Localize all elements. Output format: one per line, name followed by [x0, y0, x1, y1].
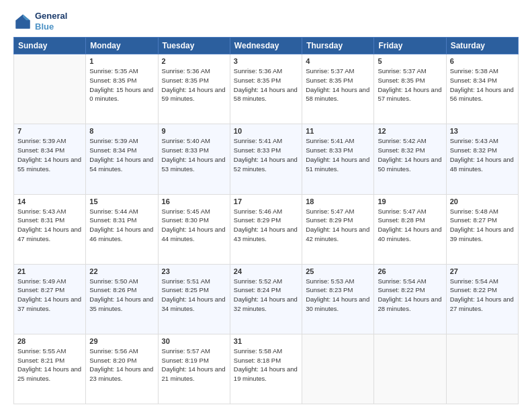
- day-info: Sunrise: 5:54 AMSunset: 8:22 PMDaylight:…: [378, 277, 442, 314]
- day-info: Sunrise: 5:57 AMSunset: 8:19 PMDaylight:…: [162, 347, 226, 383]
- calendar-cell: 6Sunrise: 5:38 AMSunset: 8:34 PMDaylight…: [446, 54, 518, 124]
- calendar-week-1: 1Sunrise: 5:35 AMSunset: 8:35 PMDaylight…: [14, 54, 519, 124]
- calendar-cell: 22Sunrise: 5:50 AMSunset: 8:26 PMDayligh…: [86, 264, 158, 334]
- calendar-header-wednesday: Wednesday: [230, 38, 302, 54]
- day-info: Sunrise: 5:44 AMSunset: 8:31 PMDaylight:…: [89, 207, 154, 244]
- calendar-cell: 29Sunrise: 5:56 AMSunset: 8:20 PMDayligh…: [86, 334, 158, 404]
- day-number: 19: [378, 197, 442, 205]
- day-number: 20: [450, 197, 515, 205]
- day-number: 17: [234, 197, 298, 205]
- calendar-cell: 27Sunrise: 5:54 AMSunset: 8:22 PMDayligh…: [446, 264, 518, 334]
- calendar-cell: 26Sunrise: 5:54 AMSunset: 8:22 PMDayligh…: [374, 264, 446, 334]
- day-number: 11: [306, 127, 370, 135]
- calendar-header-sunday: Sunday: [14, 38, 86, 54]
- calendar-header-thursday: Thursday: [302, 38, 374, 54]
- calendar-cell: 3Sunrise: 5:36 AMSunset: 8:35 PMDaylight…: [230, 54, 302, 124]
- header: General Blue: [13, 11, 519, 32]
- day-number: 4: [306, 57, 370, 65]
- day-info: Sunrise: 5:43 AMSunset: 8:31 PMDaylight:…: [17, 207, 82, 244]
- day-number: 3: [234, 57, 298, 65]
- day-info: Sunrise: 5:42 AMSunset: 8:32 PMDaylight:…: [378, 136, 442, 173]
- calendar-cell: 23Sunrise: 5:51 AMSunset: 8:25 PMDayligh…: [158, 264, 230, 334]
- calendar-cell: 12Sunrise: 5:42 AMSunset: 8:32 PMDayligh…: [374, 124, 446, 194]
- day-number: 30: [162, 337, 226, 345]
- day-info: Sunrise: 5:43 AMSunset: 8:32 PMDaylight:…: [450, 136, 515, 173]
- calendar-cell: 8Sunrise: 5:39 AMSunset: 8:34 PMDaylight…: [86, 124, 158, 194]
- day-number: 8: [89, 127, 154, 135]
- svg-rect-2: [16, 20, 30, 28]
- day-number: 22: [89, 267, 154, 275]
- calendar-cell: 31Sunrise: 5:58 AMSunset: 8:18 PMDayligh…: [230, 334, 302, 404]
- logo-text: General Blue: [35, 11, 67, 32]
- day-info: Sunrise: 5:48 AMSunset: 8:27 PMDaylight:…: [450, 207, 515, 244]
- day-number: 2: [162, 57, 226, 65]
- calendar-cell: 11Sunrise: 5:41 AMSunset: 8:33 PMDayligh…: [302, 124, 374, 194]
- calendar-week-3: 14Sunrise: 5:43 AMSunset: 8:31 PMDayligh…: [14, 194, 519, 264]
- day-number: 5: [378, 57, 442, 65]
- calendar-cell: [374, 334, 446, 404]
- day-number: 12: [378, 127, 442, 135]
- day-info: Sunrise: 5:37 AMSunset: 8:35 PMDaylight:…: [306, 66, 370, 103]
- day-info: Sunrise: 5:41 AMSunset: 8:33 PMDaylight:…: [234, 136, 298, 173]
- calendar-cell: 2Sunrise: 5:36 AMSunset: 8:35 PMDaylight…: [158, 54, 230, 124]
- day-info: Sunrise: 5:38 AMSunset: 8:34 PMDaylight:…: [450, 66, 515, 103]
- calendar-week-2: 7Sunrise: 5:39 AMSunset: 8:34 PMDaylight…: [14, 124, 519, 194]
- calendar-cell: 25Sunrise: 5:53 AMSunset: 8:23 PMDayligh…: [302, 264, 374, 334]
- calendar-cell: [302, 334, 374, 404]
- day-number: 10: [234, 127, 298, 135]
- day-info: Sunrise: 5:52 AMSunset: 8:24 PMDaylight:…: [234, 277, 298, 314]
- day-info: Sunrise: 5:39 AMSunset: 8:34 PMDaylight:…: [17, 136, 82, 173]
- day-number: 25: [306, 267, 370, 275]
- calendar-cell: 30Sunrise: 5:57 AMSunset: 8:19 PMDayligh…: [158, 334, 230, 404]
- day-info: Sunrise: 5:41 AMSunset: 8:33 PMDaylight:…: [306, 136, 370, 173]
- day-number: 14: [17, 197, 82, 205]
- calendar-header-saturday: Saturday: [446, 38, 518, 54]
- day-info: Sunrise: 5:51 AMSunset: 8:25 PMDaylight:…: [162, 277, 226, 314]
- logo-icon: [13, 12, 32, 31]
- calendar-week-4: 21Sunrise: 5:49 AMSunset: 8:27 PMDayligh…: [14, 264, 519, 334]
- calendar-cell: 4Sunrise: 5:37 AMSunset: 8:35 PMDaylight…: [302, 54, 374, 124]
- day-info: Sunrise: 5:36 AMSunset: 8:35 PMDaylight:…: [234, 66, 298, 103]
- day-number: 31: [234, 337, 298, 345]
- day-info: Sunrise: 5:55 AMSunset: 8:21 PMDaylight:…: [17, 347, 82, 383]
- day-number: 21: [17, 267, 82, 275]
- day-number: 15: [89, 197, 154, 205]
- logo: General Blue: [13, 11, 67, 32]
- calendar-cell: 18Sunrise: 5:47 AMSunset: 8:29 PMDayligh…: [302, 194, 374, 264]
- day-number: 24: [234, 267, 298, 275]
- day-number: 6: [450, 57, 515, 65]
- calendar-cell: 24Sunrise: 5:52 AMSunset: 8:24 PMDayligh…: [230, 264, 302, 334]
- day-info: Sunrise: 5:45 AMSunset: 8:30 PMDaylight:…: [162, 207, 226, 244]
- day-number: 1: [89, 57, 154, 65]
- day-info: Sunrise: 5:49 AMSunset: 8:27 PMDaylight:…: [17, 277, 82, 314]
- calendar-header-friday: Friday: [374, 38, 446, 54]
- calendar-header-tuesday: Tuesday: [158, 38, 230, 54]
- day-number: 29: [89, 337, 154, 345]
- calendar-cell: [446, 334, 518, 404]
- calendar-header-row: SundayMondayTuesdayWednesdayThursdayFrid…: [14, 38, 519, 54]
- page: General Blue SundayMondayTuesdayWednesda…: [0, 0, 532, 411]
- day-number: 13: [450, 127, 515, 135]
- calendar-cell: 14Sunrise: 5:43 AMSunset: 8:31 PMDayligh…: [14, 194, 86, 264]
- day-number: 28: [17, 337, 82, 345]
- calendar-cell: 5Sunrise: 5:37 AMSunset: 8:35 PMDaylight…: [374, 54, 446, 124]
- calendar-cell: 1Sunrise: 5:35 AMSunset: 8:35 PMDaylight…: [86, 54, 158, 124]
- day-number: 9: [162, 127, 226, 135]
- day-info: Sunrise: 5:47 AMSunset: 8:28 PMDaylight:…: [378, 207, 442, 244]
- day-number: 23: [162, 267, 226, 275]
- day-number: 27: [450, 267, 515, 275]
- calendar-cell: 16Sunrise: 5:45 AMSunset: 8:30 PMDayligh…: [158, 194, 230, 264]
- day-info: Sunrise: 5:47 AMSunset: 8:29 PMDaylight:…: [306, 207, 370, 244]
- day-number: 26: [378, 267, 442, 275]
- day-info: Sunrise: 5:50 AMSunset: 8:26 PMDaylight:…: [89, 277, 154, 314]
- calendar-cell: 7Sunrise: 5:39 AMSunset: 8:34 PMDaylight…: [14, 124, 86, 194]
- day-number: 18: [306, 197, 370, 205]
- calendar-cell: 13Sunrise: 5:43 AMSunset: 8:32 PMDayligh…: [446, 124, 518, 194]
- day-info: Sunrise: 5:54 AMSunset: 8:22 PMDaylight:…: [450, 277, 515, 314]
- day-info: Sunrise: 5:37 AMSunset: 8:35 PMDaylight:…: [378, 66, 442, 103]
- day-info: Sunrise: 5:35 AMSunset: 8:35 PMDaylight:…: [89, 66, 154, 103]
- calendar-cell: [14, 54, 86, 124]
- calendar-cell: 20Sunrise: 5:48 AMSunset: 8:27 PMDayligh…: [446, 194, 518, 264]
- day-info: Sunrise: 5:39 AMSunset: 8:34 PMDaylight:…: [89, 136, 154, 173]
- calendar-header-monday: Monday: [86, 38, 158, 54]
